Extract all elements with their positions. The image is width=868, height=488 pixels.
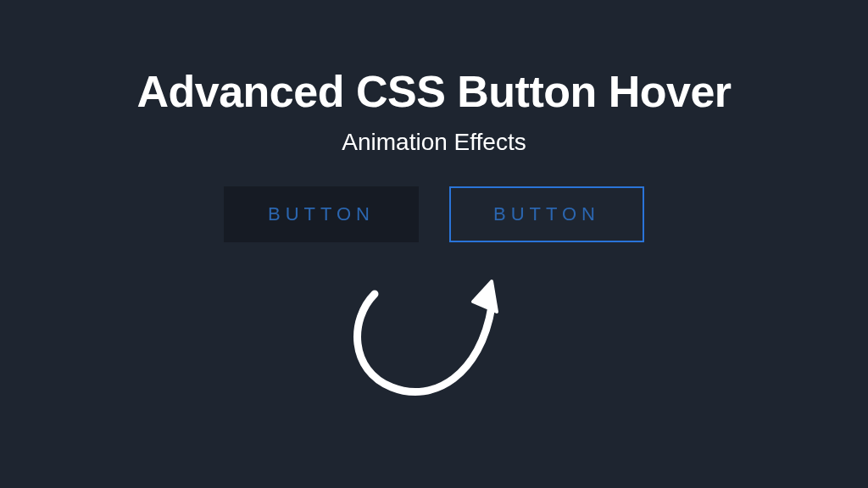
arrow-container — [0, 256, 868, 408]
curved-arrow-icon — [324, 256, 544, 408]
main-content: Advanced CSS Button Hover Animation Effe… — [0, 66, 868, 408]
demo-button-default[interactable]: BUTTON — [224, 186, 419, 242]
page-subtitle: Animation Effects — [0, 129, 868, 156]
button-label: BUTTON — [268, 203, 375, 225]
demo-button-hover[interactable]: BUTTON — [449, 186, 644, 242]
button-label: BUTTON — [493, 203, 600, 225]
page-title: Advanced CSS Button Hover — [0, 66, 868, 117]
button-row: BUTTON BUTTON — [0, 186, 868, 242]
